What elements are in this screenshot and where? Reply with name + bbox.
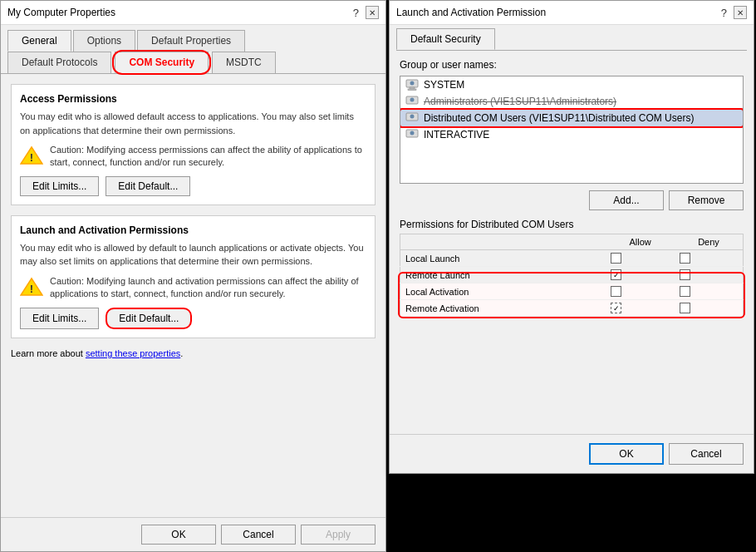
group-label: Group or user names: <box>400 59 744 71</box>
perm-row-local-launch: Local Launch <box>400 250 744 267</box>
permissions-section: Permissions for Distributed COM Users Al… <box>400 219 744 317</box>
perm-col-name <box>400 234 606 250</box>
warning-icon: ! <box>20 145 43 165</box>
perm-row-remote-launch: Remote Launch <box>400 267 744 283</box>
perm-local-activation-deny[interactable] <box>675 283 743 300</box>
main-ok-button[interactable]: OK <box>141 525 216 545</box>
user-dcom-icon <box>405 112 419 124</box>
user-admin-name: Administrators (VIE1SUP11\Administrators… <box>424 96 616 107</box>
tab-default-properties[interactable]: Default Properties <box>137 30 245 52</box>
tabs-row1: General Options Default Properties <box>1 25 385 52</box>
launch-bottom-bar: OK Cancel <box>390 434 754 473</box>
checkbox-remote-launch-deny[interactable] <box>680 269 690 280</box>
launch-dialog-title: Launch and Activation Permission <box>396 7 546 18</box>
launch-content: Group or user names: SYSTEM Administ <box>390 51 754 325</box>
perm-remote-launch-allow[interactable] <box>606 267 675 283</box>
launch-dialog: Launch and Activation Permission ? ✕ Def… <box>389 0 754 474</box>
launch-title-controls: ? ✕ <box>721 6 747 19</box>
launch-title-bar: Launch and Activation Permission ? ✕ <box>390 1 754 25</box>
user-administrators[interactable]: Administrators (VIE1SUP11\Administrators… <box>400 93 743 110</box>
checkbox-local-launch-allow[interactable] <box>611 253 621 264</box>
close-button[interactable]: ✕ <box>366 6 379 19</box>
checkbox-remote-launch-allow[interactable] <box>611 269 621 280</box>
perm-local-launch-allow[interactable] <box>606 250 675 267</box>
user-system-icon <box>405 79 419 91</box>
user-interactive-icon <box>405 129 419 140</box>
checkbox-local-launch-deny[interactable] <box>680 253 690 264</box>
perm-remote-activation-label: Remote Activation <box>400 300 606 317</box>
tab-msdtc[interactable]: MSDTC <box>212 52 276 73</box>
perm-remote-activation-allow[interactable]: ✓ <box>606 300 675 317</box>
tab-com-security[interactable]: COM Security <box>115 52 209 73</box>
access-edit-limits-button[interactable]: Edit Limits... <box>20 176 99 196</box>
learn-more: Learn more about setting these propertie… <box>11 348 376 358</box>
tab-options[interactable]: Options <box>73 30 135 52</box>
svg-text:!: ! <box>30 151 33 164</box>
access-button-row: Edit Limits... Edit Default... <box>20 176 366 196</box>
launch-caution-text: Caution: Modifying launch and activation… <box>50 275 366 301</box>
perm-local-launch-label: Local Launch <box>400 250 606 267</box>
launch-ok-button[interactable]: OK <box>589 443 664 465</box>
launch-permissions-title: Launch and Activation Permissions <box>20 224 366 236</box>
user-interactive-name: INTERACTIVE <box>424 129 489 140</box>
launch-close-button[interactable]: ✕ <box>734 6 747 19</box>
help-button[interactable]: ? <box>353 7 359 19</box>
checkbox-remote-activation-allow[interactable]: ✓ <box>611 303 621 313</box>
permissions-table: Allow Deny Local Launch <box>400 234 744 317</box>
perm-remote-launch-label: Remote Launch <box>400 267 606 283</box>
launch-edit-limits-button[interactable]: Edit Limits... <box>20 308 99 329</box>
main-dialog: My Computer Properties ? ✕ General Optio… <box>0 0 386 552</box>
launch-cancel-button[interactable]: Cancel <box>669 443 744 465</box>
user-dcom-name: Distributed COM Users (VIE1SUP11\Distrib… <box>424 112 694 124</box>
perm-remote-launch-deny[interactable] <box>675 267 743 283</box>
user-system[interactable]: SYSTEM <box>400 76 743 93</box>
svg-point-13 <box>410 131 415 136</box>
svg-point-7 <box>410 81 415 86</box>
svg-point-9 <box>410 98 415 102</box>
svg-text:!: ! <box>30 283 33 295</box>
permissions-label: Permissions for Distributed COM Users <box>400 219 744 230</box>
add-remove-row: Add... Remove <box>400 190 744 210</box>
user-interactive[interactable]: INTERACTIVE <box>400 126 743 143</box>
access-permissions-title: Access Permissions <box>20 93 366 105</box>
launch-help-button[interactable]: ? <box>721 7 727 19</box>
perm-col-deny: Deny <box>675 234 743 250</box>
launch-caution-row: ! Caution: Modifying launch and activati… <box>20 275 366 301</box>
checkbox-local-activation-deny[interactable] <box>680 286 690 297</box>
user-dcom[interactable]: Distributed COM Users (VIE1SUP11\Distrib… <box>400 110 743 126</box>
tabs-row2: Default Protocols COM Security MSDTC <box>1 52 385 74</box>
launch-button-row: Edit Limits... Edit Default... <box>20 308 366 329</box>
launch-tab-row: Default Security <box>390 25 754 50</box>
access-caution-row: ! Caution: Modifying access permissions … <box>20 144 366 170</box>
access-permissions-text: You may edit who is allowed default acce… <box>20 110 366 137</box>
user-system-name: SYSTEM <box>424 79 464 91</box>
perm-row-remote-activation: Remote Activation ✓ <box>400 300 744 317</box>
main-apply-button[interactable]: Apply <box>301 525 376 545</box>
title-controls: ? ✕ <box>353 6 379 19</box>
launch-permissions-section: Launch and Activation Permissions You ma… <box>11 215 376 338</box>
perm-remote-activation-deny[interactable] <box>675 300 743 317</box>
main-content: Access Permissions You may edit who is a… <box>1 74 385 368</box>
remove-button[interactable]: Remove <box>669 190 744 210</box>
perm-row-local-activation: Local Activation <box>400 283 744 300</box>
main-cancel-button[interactable]: Cancel <box>221 525 296 545</box>
tab-default-security[interactable]: Default Security <box>396 28 495 50</box>
learn-more-link[interactable]: setting these properties <box>86 348 180 358</box>
perm-local-activation-allow[interactable] <box>606 283 675 300</box>
user-admin-icon <box>405 96 419 107</box>
add-button[interactable]: Add... <box>589 190 664 210</box>
checkbox-remote-activation-deny[interactable] <box>680 303 690 313</box>
perm-local-launch-deny[interactable] <box>675 250 743 267</box>
users-list: SYSTEM Administrators (VIE1SUP11\Adminis… <box>400 76 744 184</box>
main-title-bar: My Computer Properties ? ✕ <box>1 1 385 25</box>
tab-general[interactable]: General <box>7 30 71 52</box>
launch-warning-icon: ! <box>20 277 43 297</box>
access-caution-text: Caution: Modifying access permissions ca… <box>50 144 366 170</box>
perm-local-activation-label: Local Activation <box>400 283 606 300</box>
access-permissions-section: Access Permissions You may edit who is a… <box>11 84 376 205</box>
checkbox-local-activation-allow[interactable] <box>611 286 621 297</box>
access-edit-default-button[interactable]: Edit Default... <box>106 176 190 196</box>
tab-default-protocols[interactable]: Default Protocols <box>7 52 111 73</box>
launch-edit-default-button[interactable]: Edit Default... <box>106 308 192 329</box>
perm-col-allow: Allow <box>606 234 675 250</box>
